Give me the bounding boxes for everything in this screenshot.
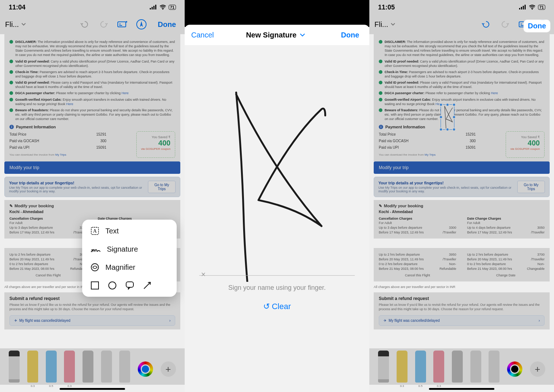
svg-rect-11 [91,282,99,289]
signature-icon [90,244,101,254]
coupon-box: You Saved ₹ 400 via GOSUPER coupon [136,131,175,157]
svg-point-4 [162,9,163,10]
clock: 11:04 [9,4,25,11]
signature-screen: Cancel New Signature Done × Sign your na… [185,0,369,392]
eraser-tool[interactable] [83,351,93,383]
color-picker-button[interactable] [507,361,522,377]
marker-tool-yellow[interactable]: 0.3 [27,351,38,383]
add-arrow-shape[interactable] [142,281,152,290]
markup-button[interactable] [135,18,148,31]
go-to-trips-button[interactable]: Go to My Trips [517,181,545,193]
add-shape-button[interactable]: + [161,361,176,377]
marker-tool-pink[interactable]: 0.3 [433,351,444,383]
add-menu-popover: A Text Signature Magnifier [82,220,177,297]
file-title[interactable]: Fli... [374,20,396,29]
autofill-button[interactable] [116,18,129,31]
go-to-trips-button[interactable]: Go to My Trips [148,181,176,193]
edit-icon: ✎ [9,204,13,208]
wifi-icon [159,5,166,10]
svg-rect-1 [152,7,153,9]
battery-icon: 71 [538,5,545,10]
wifi-icon [529,5,536,10]
cancel-button[interactable]: Cancel [191,31,214,39]
clock: 11:05 [378,4,395,11]
eraser-tool[interactable] [452,351,463,383]
lasso-tool[interactable] [101,351,112,383]
signature-canvas[interactable]: × Sign your name using your finger. ↺Cle… [185,45,369,392]
ruler-tool[interactable] [489,351,499,383]
undo-button[interactable] [480,18,492,31]
document-content: DISCLAIMER: The information provided abo… [4,34,180,161]
color-picker-button[interactable] [138,361,153,377]
signature-stroke [206,89,348,282]
svg-point-18 [531,9,533,10]
cancel-flight-link[interactable]: Cancel this Flight [9,273,87,277]
signature-line [199,275,355,276]
svg-rect-17 [525,5,526,9]
chevron-down-icon [390,22,396,27]
redo-button [499,18,511,31]
battery-icon: 71 [169,5,176,10]
markup-tool-bar: 0.3 0.5 0.3 + [369,348,554,385]
svg-text:A: A [93,228,97,234]
svg-rect-0 [150,8,151,9]
marker-tool-yellow[interactable]: 0.3 [397,351,408,383]
chevron-down-icon [300,32,305,38]
done-button[interactable]: Done [154,19,180,30]
signature-x-mark: × [201,270,206,279]
top-black-area [185,0,369,27]
signature-title[interactable]: New Signature [246,31,305,39]
add-shape-button[interactable]: + [530,361,545,377]
refund-section: Submit a refund request Please let us kn… [4,292,180,329]
svg-rect-2 [153,6,154,9]
marker-tool-pink[interactable]: 0.3 [64,351,75,383]
cellular-icon [519,5,526,10]
home-indicator[interactable] [429,388,494,390]
svg-rect-3 [155,5,156,9]
info-icon: i [9,125,14,129]
marker-tool-blue[interactable]: 0.5 [46,351,57,383]
document-content: DISCLAIMER: The information provided abo… [374,34,550,161]
markup-tool-bar: 0.3 0.5 0.3 + [0,348,185,385]
refund-reason-chip[interactable]: ✈My flight was cancelled/delayed › [9,315,175,326]
svg-rect-16 [523,6,524,9]
add-signature-option[interactable]: Signature [82,240,177,258]
pen-tool[interactable] [9,351,20,383]
done-button[interactable]: Done [337,29,363,41]
svg-point-10 [91,264,99,271]
signature-header: Cancel New Signature Done [185,25,369,45]
magnifier-icon [90,263,100,272]
lasso-tool[interactable] [470,351,481,383]
svg-rect-14 [519,8,520,9]
file-title[interactable]: Fli... [5,20,26,29]
redo-button [97,18,110,31]
status-bar: 11:04 71 [0,0,185,15]
placed-signature[interactable] [441,104,454,130]
trip-details-box: Your trip details at your fingertips! Us… [4,177,180,197]
add-speech-bubble-shape[interactable] [125,281,135,290]
pen-tool[interactable] [378,351,389,383]
markup-toolbar: Fli... Done [0,15,185,34]
add-text-option[interactable]: A Text [82,222,177,240]
svg-point-6 [126,21,127,23]
ruler-tool[interactable] [119,351,130,383]
home-indicator[interactable] [60,388,125,390]
cellular-icon [150,5,157,10]
svg-rect-13 [126,282,133,287]
svg-rect-5 [118,22,126,27]
add-magnifier-option[interactable]: Magnifier [82,258,177,276]
modify-trip-bar: Modify your trip [4,161,180,174]
status-bar: 11:05 71 [369,0,554,15]
done-button[interactable]: Done [524,20,550,32]
signature-hint: Sign your name using your finger. [185,284,369,292]
chevron-down-icon [21,22,26,27]
svg-rect-15 [521,7,522,9]
add-circle-shape[interactable] [108,281,117,290]
undo-arrow-icon: ↺ [263,302,270,311]
plane-icon: ✈ [14,319,17,323]
text-icon: A [90,226,100,236]
clear-button[interactable]: ↺Clear [185,302,369,311]
marker-tool-blue[interactable]: 0.5 [415,351,426,383]
add-square-shape[interactable] [90,281,100,290]
undo-button[interactable] [79,18,91,31]
